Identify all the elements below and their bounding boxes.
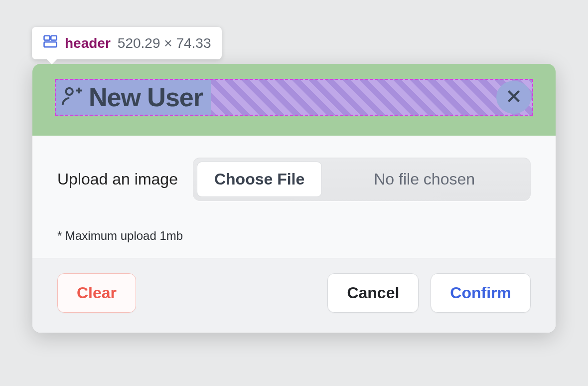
cancel-button[interactable]: Cancel (327, 273, 419, 313)
file-input[interactable]: Choose File No file chosen (193, 158, 531, 201)
svg-rect-0 (44, 36, 50, 40)
svg-rect-1 (51, 36, 56, 40)
file-input-status: No file chosen (322, 170, 527, 189)
add-user-icon (60, 85, 83, 110)
inspected-element-name: header (65, 35, 111, 51)
svg-rect-2 (44, 42, 57, 47)
dialog-footer: Clear Cancel Confirm (32, 258, 556, 333)
svg-point-3 (66, 88, 72, 95)
upload-hint: * Maximum upload 1mb (57, 229, 531, 243)
dialog-title-group: New User (56, 80, 211, 115)
dialog-title: New User (89, 82, 203, 112)
close-icon (505, 87, 523, 107)
clear-button[interactable]: Clear (57, 273, 136, 313)
dialog-header-padding-overlay: New User (32, 64, 556, 136)
dialog-header-inspected: New User (55, 79, 533, 116)
dialog-body: Upload an image Choose File No file chos… (32, 136, 556, 258)
upload-label: Upload an image (57, 170, 178, 189)
footer-spacer (148, 273, 315, 313)
devtools-element-tooltip: header 520.29 × 74.33 (32, 27, 222, 59)
new-user-dialog: New User Upload an image Choose File No … (32, 64, 556, 333)
confirm-button[interactable]: Confirm (431, 273, 531, 313)
layout-icon (43, 34, 58, 52)
close-button[interactable] (496, 81, 531, 114)
inspected-element-dimensions: 520.29 × 74.33 (118, 35, 211, 51)
choose-file-button[interactable]: Choose File (197, 162, 322, 197)
